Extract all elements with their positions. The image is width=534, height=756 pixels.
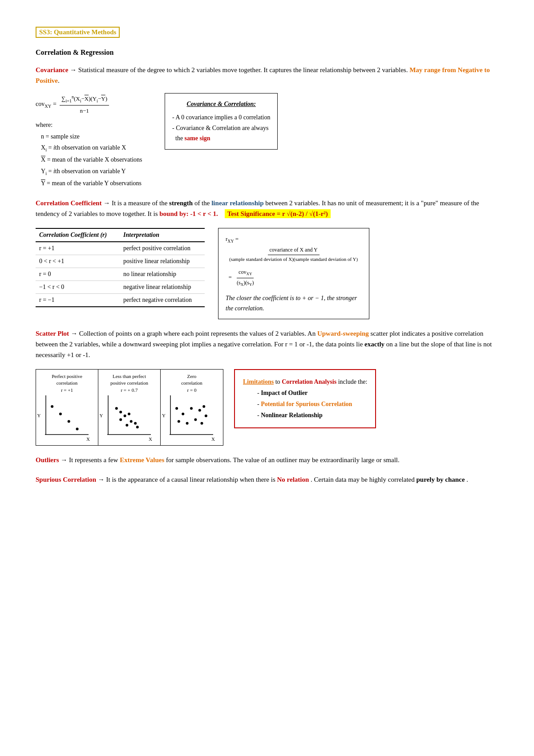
- cov-yi: Yi = ith observation on variable Y: [41, 166, 151, 178]
- corr-r-value: −1 < r < 0: [36, 281, 120, 294]
- outliers-label: Outliers: [36, 456, 59, 463]
- corr-r-value: r = −1: [36, 294, 120, 307]
- outliers-desc1: It represents a few: [69, 456, 120, 463]
- svg-point-15: [125, 424, 128, 427]
- spurious-para: Spurious Correlation → It is the appeara…: [36, 474, 498, 485]
- scatter-plots-container: Perfect positivecorrelationr = +1YXLess …: [36, 369, 223, 446]
- svg-point-23: [202, 405, 205, 408]
- table-row: r = +1perfect positive correlation: [36, 242, 205, 255]
- limitations-item: Potential for Spurious Correlation: [257, 398, 367, 410]
- limitations-item: Nonlinear Relationship: [257, 410, 367, 421]
- outliers-extreme: Extreme Values: [120, 456, 164, 463]
- limitations-include: include the:: [338, 378, 368, 385]
- svg-point-3: [59, 413, 61, 415]
- corr-interpretation: perfect positive correlation: [120, 242, 205, 255]
- scatter-plot: Zerocorrelationr = 0YX: [161, 370, 223, 445]
- scatter-plot-title: Perfect positivecorrelationr = +1: [41, 373, 93, 394]
- arrow2: →: [103, 199, 112, 207]
- cov-box-line1: - A 0 covariance implies a 0 correlation: [172, 112, 270, 123]
- scatter-plot-title: Zerocorrelationr = 0: [166, 373, 218, 394]
- table-row: 0 < r < +1positive linear relationship: [36, 255, 205, 268]
- scatter-para: Scatter Plot → Collection of points on a…: [36, 328, 498, 360]
- svg-point-4: [67, 420, 70, 423]
- corr-interpretation: negative linear relationship: [120, 281, 205, 294]
- scatter-section: Perfect positivecorrelationr = +1YXLess …: [36, 369, 498, 446]
- scatter-plot: Less than perfectpositive correlationr =…: [98, 370, 161, 445]
- svg-point-26: [194, 418, 197, 421]
- spurious-no: No relation: [277, 476, 309, 483]
- svg-point-9: [119, 411, 122, 414]
- corr-section: Correlation Coefficient (r) Interpretati…: [36, 228, 498, 319]
- corr-r-value: r = +1: [36, 242, 120, 255]
- corr-coeff-para: Correlation Coefficient → It is a measur…: [36, 198, 498, 219]
- limitations-line1: Limitations to Correlation Analysis incl…: [243, 376, 367, 387]
- svg-point-20: [182, 413, 184, 415]
- covariance-label: Covariance: [36, 66, 68, 73]
- corr-table-col2: Interpretation: [120, 228, 205, 242]
- svg-point-27: [201, 422, 203, 425]
- scatter-exactly: exactly: [364, 341, 384, 348]
- spurious-desc2: . Certain data may be highly correlated: [311, 476, 416, 483]
- spurious-end: .: [466, 476, 468, 483]
- x-axis-label: X: [104, 436, 152, 442]
- scatter-arrow: →: [71, 330, 79, 337]
- svg-point-12: [129, 420, 132, 423]
- cov-box-title: Covariance & Correlation:: [172, 99, 270, 110]
- outliers-desc2: for sample observations. The value of an…: [166, 456, 400, 463]
- test-significance: Test Significance = r √(n-2) / √(1-r²): [225, 209, 331, 218]
- svg-point-22: [198, 409, 201, 411]
- corr-table-col1: Correlation Coefficient (r): [36, 228, 120, 242]
- svg-point-14: [119, 418, 122, 421]
- svg-point-19: [175, 407, 178, 410]
- spurious-purely: purely by chance: [417, 476, 465, 483]
- y-axis-label: Y: [100, 413, 103, 418]
- cov-xbar: X = mean of the variable X observations: [41, 154, 151, 165]
- limitations-item: Impact of Outlier: [257, 387, 367, 398]
- corr-interpretation: perfect negative correlation: [120, 294, 205, 307]
- corr-linear: linear relationship: [211, 199, 263, 207]
- cov-ybar: Y = mean of the variable Y observations: [41, 178, 151, 189]
- svg-point-8: [115, 407, 117, 410]
- spurious-label: Spurious Correlation: [36, 476, 96, 483]
- corr-table: Correlation Coefficient (r) Interpretati…: [36, 228, 205, 307]
- x-axis-label: X: [41, 436, 90, 442]
- svg-point-24: [178, 420, 180, 423]
- cov-box-line2: - Covariance & Correlation are always: [172, 123, 270, 134]
- covariance-desc: Statistical measure of the degree to whi…: [78, 66, 408, 73]
- covariance-note-box: Covariance & Correlation: - A 0 covarian…: [165, 93, 278, 150]
- cov-box-line3: the same sign: [172, 133, 270, 144]
- cov-xi: Xi = ith observation on variable X: [41, 142, 151, 154]
- corr-formula-box: rXY = covariance of X and Y (sample stan…: [218, 228, 369, 319]
- corr-coeff-label: Correlation Coefficient: [36, 199, 101, 207]
- table-row: −1 < r < 0negative linear relationship: [36, 281, 205, 294]
- covariance-para: Covariance → Statistical measure of the …: [36, 65, 498, 86]
- corr-formula-line2: = covXY (sX)(sY): [226, 268, 362, 288]
- cov-where: where:: [36, 119, 151, 130]
- table-row: r = −1perfect negative correlation: [36, 294, 205, 307]
- limitations-box: Limitations to Correlation Analysis incl…: [234, 369, 376, 428]
- covariance-section: covXY = ∑i=1n(Xi−X)(Yi−Y) n−1 where: n =…: [36, 93, 498, 189]
- outliers-para: Outliers → It represents a few Extreme V…: [36, 455, 498, 465]
- svg-point-2: [51, 405, 53, 408]
- outliers-arrow: →: [61, 456, 69, 463]
- corr-r-value: 0 < r < +1: [36, 255, 120, 268]
- svg-point-5: [76, 427, 78, 430]
- scatter-label: Scatter Plot: [36, 330, 69, 337]
- page-title: SS3: Quantitative Methods: [36, 27, 120, 38]
- covariance-formula: covXY = ∑i=1n(Xi−X)(Yi−Y) n−1 where: n =…: [36, 93, 151, 189]
- limitations-to: to: [275, 378, 282, 385]
- section-heading: Correlation & Regression: [36, 49, 498, 57]
- corr-interpretation: no linear relationship: [120, 268, 205, 281]
- y-axis-label: Y: [37, 413, 41, 418]
- bottom-sections: Outliers → It represents a few Extreme V…: [36, 455, 498, 485]
- scatter-plot: Perfect positivecorrelationr = +1YX: [36, 370, 98, 445]
- svg-point-16: [136, 426, 138, 428]
- svg-point-21: [190, 407, 193, 410]
- svg-point-11: [128, 413, 130, 415]
- limitations-corr: Correlation Analysis: [282, 378, 336, 385]
- y-axis-label: Y: [162, 413, 166, 418]
- corr-bound: bound by: -1 < r < 1.: [159, 210, 218, 217]
- corr-r-value: r = 0: [36, 268, 120, 281]
- svg-point-10: [123, 415, 126, 417]
- svg-point-28: [205, 415, 207, 417]
